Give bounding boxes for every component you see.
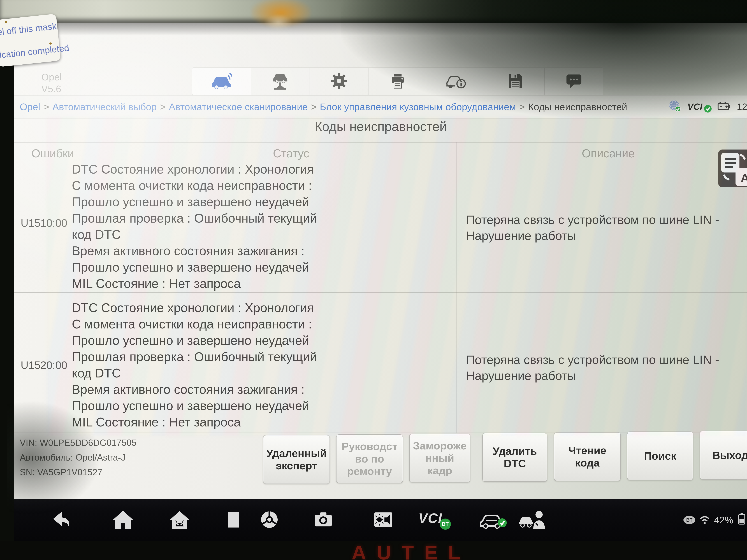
vci-app-icon[interactable]: VCI BT: [418, 510, 451, 530]
freeze-frame-button: Замороженный кадр: [409, 434, 470, 482]
status-line: MIL Состояние : Нет запроса: [72, 275, 317, 292]
recents-button[interactable]: [223, 509, 244, 531]
battery-voltage: 12.6V: [737, 101, 747, 112]
top-toolbar: [192, 68, 603, 95]
tablet-bezel-top: [0, 0, 747, 23]
sticker-text: el off this mask: [0, 21, 57, 37]
toolbar-messages-button[interactable]: [544, 68, 603, 95]
autel-logo: AUTEL: [352, 541, 471, 560]
dtc-code: U1520:00: [21, 359, 67, 371]
sticker-label: el off this mask ication completed: [0, 14, 61, 67]
clear-dtc-button[interactable]: Удалить DTC: [482, 433, 547, 482]
app-version: V5.6: [41, 83, 62, 95]
toolbar-print-button[interactable]: [368, 68, 427, 95]
toolbar-vehicle-lift-button[interactable]: [251, 68, 310, 95]
dtc-row-u1520[interactable]: U1520:00 DTC Состояние хронологии : Хрон…: [15, 299, 747, 432]
status-line: код DTC: [72, 365, 317, 381]
back-button[interactable]: [50, 509, 72, 531]
status-line: код DTC: [72, 226, 317, 243]
vci-app-label: VCI: [418, 510, 442, 526]
remote-expert-button[interactable]: Удаленный эксперт: [263, 435, 330, 484]
status-line: Прошлая проверка : Ошибочный текущий: [72, 349, 317, 365]
save-icon: [506, 72, 524, 91]
bluetooth-badge: BT: [440, 518, 451, 530]
column-header-status: Статус: [273, 147, 309, 160]
status-line: MIL Состояние : Нет запроса: [72, 414, 317, 430]
dtc-description: Потеряна связь с устройством по шине LIN…: [466, 212, 747, 244]
connection-status-group: VCI 12.6V: [668, 96, 747, 118]
car-mechanic-icon[interactable]: [519, 509, 549, 531]
status-line: С момента очистки кода неисправности :: [72, 316, 317, 332]
vci-check-icon: [704, 105, 712, 114]
status-line: DTC Состояние хронологии : Хронология: [72, 300, 317, 316]
battery-level-icon: [737, 513, 747, 527]
column-header-errors: Ошибки: [31, 147, 74, 160]
table-top-border: [15, 142, 747, 142]
chat-icon: [564, 71, 584, 91]
vehicle-model: Автомобиль: Opel/Astra-J: [20, 452, 126, 463]
vehicle-vin: VIN: W0LPE5DD6DG017505: [20, 437, 136, 448]
android-home-button[interactable]: [168, 509, 191, 531]
breadcrumb: Opel > Автоматический выбор > Автоматиче…: [20, 96, 627, 118]
status-tray: BT 42% 02:: [684, 499, 747, 541]
breadcrumb-separator: >: [44, 101, 49, 112]
bluetooth-status-icon: BT: [684, 516, 695, 524]
status-line: Прошлая проверка : Ошибочный текущий: [72, 210, 317, 226]
status-line: Время активного состояния зажигания :: [72, 381, 317, 398]
dtc-code: U1510:00: [21, 217, 67, 229]
vehicle-data-icon: [446, 72, 467, 91]
chrome-browser-icon[interactable]: [259, 509, 280, 531]
toolbar-save-button[interactable]: [486, 68, 544, 95]
sticker-text: ication completed: [0, 43, 70, 60]
exit-button[interactable]: Выход: [700, 431, 747, 480]
status-line: С момента очистки кода неисправности :: [72, 178, 317, 194]
vehicle-connected-icon[interactable]: [476, 509, 510, 531]
breadcrumb-separator: >: [160, 101, 166, 112]
status-line: DTC Состояние хронологии : Хронология: [72, 161, 317, 178]
breadcrumb-separator: >: [519, 101, 525, 112]
breadcrumb-item-current: Коды неисправностей: [528, 101, 627, 112]
car-battery-icon: [717, 101, 731, 112]
search-button[interactable]: Поиск: [627, 431, 693, 480]
display-sound-settings-icon[interactable]: [372, 509, 394, 531]
status-line: Прошло успешно и завершено неудачей: [72, 194, 317, 210]
tablet-screen: Opel V5.6: [15, 23, 747, 541]
breadcrumb-separator: >: [311, 101, 316, 112]
breadcrumb-item-body-control-module[interactable]: Блок управления кузовным оборудованием: [320, 101, 516, 112]
vci-status-label: VCI: [687, 102, 702, 112]
vehicle-serial: SN: VA5GP1V01527: [20, 467, 102, 477]
dtc-row-u1510[interactable]: U1510:00 DTC Состояние хронологии : Хрон…: [15, 160, 747, 292]
gear-icon: [330, 72, 349, 91]
app-label: Opel V5.6: [41, 71, 62, 95]
wifi-icon: [699, 513, 711, 527]
camera-icon[interactable]: [312, 509, 334, 531]
tablet-bezel-bottom: AUTEL: [0, 541, 747, 560]
toolbar-settings-button[interactable]: [310, 68, 368, 95]
column-header-description: Описание: [582, 147, 635, 160]
page-title: Коды неисправностей: [15, 119, 747, 134]
breadcrumb-item-auto-scan[interactable]: Автоматическое сканирование: [169, 101, 308, 112]
dtc-description: Потеряна связь с устройством по шине LIN…: [466, 352, 747, 384]
app-name: Opel: [41, 71, 62, 83]
printer-icon: [388, 72, 408, 91]
breadcrumb-item-auto-select[interactable]: Автоматический выбор: [52, 101, 157, 112]
breadcrumb-item-opel[interactable]: Opel: [20, 101, 40, 112]
read-code-button[interactable]: Чтение кода: [554, 432, 621, 481]
toolbar-vehicle-data-button[interactable]: [427, 68, 486, 95]
status-line: Время активного состояния зажигания :: [72, 243, 317, 259]
battery-percent: 42%: [714, 514, 733, 526]
status-line: Прошло успешно и завершено неудачей: [72, 398, 317, 414]
home-button[interactable]: [111, 509, 135, 531]
breadcrumb-bar: Opel > Автоматический выбор > Автоматиче…: [15, 95, 747, 118]
row-divider: [15, 292, 747, 293]
status-line: Прошло успешно и завершено неудачей: [72, 332, 317, 349]
network-globe-icon: [668, 100, 682, 114]
vehicle-lift-icon: [270, 72, 290, 91]
speck: [5, 21, 7, 23]
photo-frame: Opel V5.6: [0, 0, 747, 560]
toolbar-vehicle-diagnostics-button[interactable]: [192, 68, 251, 95]
light-glare: [264, 15, 293, 30]
android-nav-bar: VCI BT BT 42% 02:: [15, 499, 747, 541]
dtc-status: DTC Состояние хронологии : Хронология С …: [72, 161, 317, 292]
status-line: Прошло успешно и завершено неудачей: [72, 259, 317, 275]
